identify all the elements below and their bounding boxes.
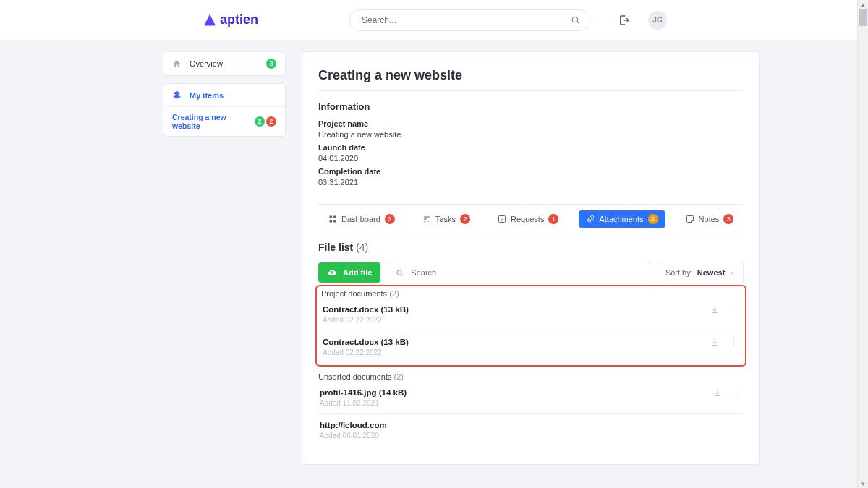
tab-attachments[interactable]: Attachments 4 <box>579 210 665 228</box>
launch-date-value: 04.01.2020 <box>318 154 744 163</box>
check-square-icon <box>498 215 506 223</box>
crumb-green-badge: 2 <box>255 116 265 127</box>
svg-point-14 <box>733 344 735 346</box>
global-search-input[interactable] <box>360 14 571 26</box>
scroll-thumb[interactable] <box>859 9 867 26</box>
cloud-upload-icon <box>327 267 337 278</box>
sidebar-myitems-card: My items Creating a new website 2 2 <box>163 83 286 137</box>
check-icon <box>422 215 431 223</box>
launch-date-label: Launch date <box>318 143 744 152</box>
chevron-down-icon <box>729 270 736 276</box>
file-row[interactable]: Contract.docx (13 kB) Added 02.22.2022 <box>321 298 741 330</box>
sidebar-item-label: Overview <box>190 59 259 68</box>
global-search[interactable] <box>349 9 591 31</box>
download-icon[interactable] <box>710 338 720 348</box>
tab-tasks[interactable]: Tasks 2 <box>415 210 477 228</box>
search-icon[interactable] <box>571 15 580 25</box>
svg-point-0 <box>572 17 578 22</box>
project-name-value: Creating a new website <box>318 130 744 139</box>
svg-point-7 <box>397 270 401 274</box>
logout-icon[interactable] <box>616 12 632 28</box>
file-row[interactable]: profil-1416.jpg (14 kB) Added 11.02.2021 <box>318 381 744 414</box>
tab-badge: 3 <box>723 214 733 224</box>
download-icon[interactable] <box>713 388 723 398</box>
group-count: (2) <box>389 289 399 298</box>
svg-rect-5 <box>333 220 336 223</box>
sort-label: Sort by: <box>665 268 693 277</box>
brand-logo[interactable]: aptien <box>204 12 258 27</box>
sidebar-item-overview[interactable]: Overview 3 <box>163 52 285 75</box>
page-title: Creating a new website <box>318 68 744 91</box>
tab-dashboard[interactable]: Dashboard 2 <box>321 210 402 228</box>
file-group-header: Unsorted documents (2) <box>318 372 744 381</box>
svg-point-12 <box>733 339 735 341</box>
sidebar-crumb-label: Creating a new website <box>172 113 250 130</box>
stack-icon <box>172 90 182 100</box>
svg-point-16 <box>736 392 738 393</box>
svg-point-17 <box>736 395 738 396</box>
svg-point-9 <box>733 307 735 308</box>
more-vertical-icon[interactable] <box>732 388 742 398</box>
group-name: Unsorted documents <box>318 372 392 381</box>
scroll-up-arrow[interactable]: ▴ <box>858 0 868 9</box>
tab-label: Notes <box>699 215 720 223</box>
sidebar-item-label: My items <box>190 91 276 100</box>
svg-rect-6 <box>498 216 505 223</box>
crumb-red-badge: 2 <box>266 116 276 127</box>
sort-dropdown[interactable]: Sort by: Newest <box>658 262 744 283</box>
tab-badge: 2 <box>460 214 470 224</box>
sticky-note-icon <box>686 215 694 223</box>
file-name: Contract.docx (13 kB) <box>323 338 710 346</box>
file-name: Contract.docx (13 kB) <box>323 305 710 314</box>
sidebar-item-myitems[interactable]: My items <box>163 84 285 107</box>
vertical-scrollbar[interactable]: ▴ ▾ <box>857 0 868 488</box>
grid-icon <box>328 215 337 223</box>
download-icon[interactable] <box>710 305 720 315</box>
file-row[interactable]: Contract.docx (13 kB) Added 02.22.2022 <box>321 330 741 362</box>
top-bar: aptien JG <box>0 0 868 40</box>
svg-point-15 <box>736 390 738 391</box>
sort-value: Newest <box>697 268 726 277</box>
file-search[interactable] <box>388 262 650 283</box>
scroll-down-arrow[interactable]: ▾ <box>858 479 868 488</box>
tab-badge: 2 <box>385 214 395 224</box>
annotation-highlight-box: Project documents (2) Contract.docx (13 … <box>318 288 744 364</box>
svg-rect-2 <box>330 216 333 219</box>
brand-mark-icon <box>204 14 216 26</box>
group-count: (2) <box>394 372 404 381</box>
svg-point-11 <box>733 312 735 313</box>
svg-rect-4 <box>330 220 333 223</box>
add-file-button[interactable]: Add file <box>318 262 380 283</box>
tab-label: Requests <box>511 215 544 223</box>
file-row[interactable]: http://icloud.com Added 06.01.2020 <box>318 414 744 445</box>
completion-date-value: 03.31.2021 <box>318 178 744 187</box>
more-vertical-icon[interactable] <box>729 338 739 348</box>
tab-requests[interactable]: Requests 1 <box>490 210 566 228</box>
tab-notes[interactable]: Notes 3 <box>678 210 741 228</box>
information-heading: Information <box>318 101 744 112</box>
tab-label: Tasks <box>435 215 456 223</box>
user-avatar[interactable]: JG <box>648 11 667 30</box>
file-search-input[interactable] <box>409 267 642 278</box>
completion-date-label: Completion date <box>318 167 744 176</box>
svg-point-10 <box>733 309 735 310</box>
paperclip-icon <box>586 215 595 223</box>
main-panel: Creating a new website Information Proje… <box>302 51 760 465</box>
svg-line-8 <box>401 274 403 275</box>
sidebar-crumb-item[interactable]: Creating a new website 2 2 <box>163 107 285 136</box>
search-icon <box>396 269 404 277</box>
tab-badge: 1 <box>548 214 558 224</box>
file-name: http://icloud.com <box>320 421 742 429</box>
file-meta: Added 02.22.2022 <box>323 348 710 356</box>
file-group-header: Project documents (2) <box>321 289 741 298</box>
overview-count-badge: 3 <box>266 59 276 69</box>
tab-strip: Dashboard 2 Tasks 2 Requests 1 <box>318 204 744 234</box>
more-vertical-icon[interactable] <box>729 305 739 315</box>
avatar-initials: JG <box>652 16 662 24</box>
group-name: Project documents <box>321 289 387 298</box>
home-icon <box>172 59 182 69</box>
tab-label: Dashboard <box>341 215 380 223</box>
tab-label: Attachments <box>599 215 643 223</box>
filelist-count: (4) <box>356 241 368 253</box>
file-meta: Added 02.22.2022 <box>323 316 710 324</box>
